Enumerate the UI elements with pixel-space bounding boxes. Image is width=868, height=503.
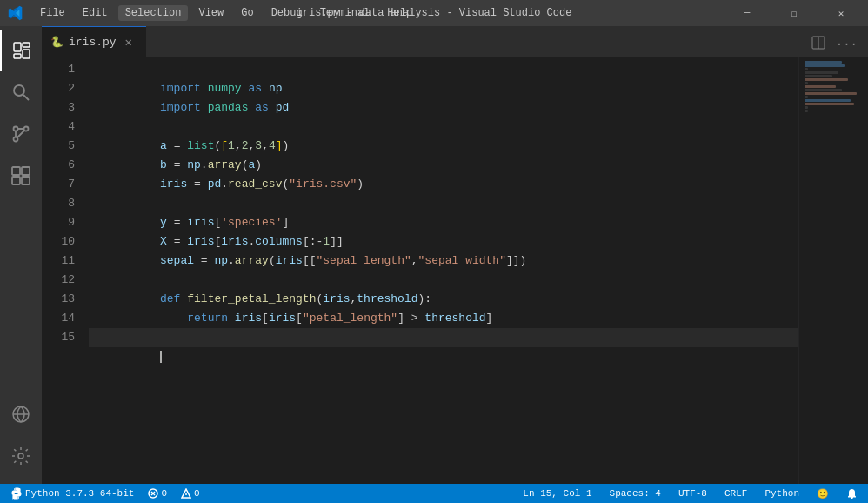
tab-bar: 🐍 iris.py ✕ ··· [42,26,868,57]
indentation-label: Spaces: 4 [610,488,661,499]
minimize-button[interactable]: ─ [727,0,767,26]
notification-bell-button[interactable] [843,484,861,503]
tab-bar-actions: ··· [808,32,868,57]
svg-rect-1 [23,43,30,47]
error-count: 0 [161,488,167,499]
status-bar-left: Python 3.7.3 64-bit 0 0 [0,484,210,503]
minimap-content [799,57,868,117]
editor-area: 🐍 iris.py ✕ ··· 1 2 3 4 [42,26,868,484]
svg-rect-2 [23,50,30,58]
window-controls: ─ ☐ ✕ [727,0,861,26]
remote-activity-icon[interactable] [0,393,42,435]
menu-edit[interactable]: Edit [76,5,115,21]
menu-selection[interactable]: Selection [118,5,189,21]
svg-rect-10 [22,167,30,175]
text-cursor [160,351,162,363]
explorer-icon[interactable] [0,30,42,71]
svg-rect-12 [22,177,30,184]
svg-point-7 [24,127,29,131]
smiley-icon: 🙂 [817,488,829,500]
code-editor[interactable]: 1 2 3 4 5 6 7 8 9 10 11 12 13 14 15 im [42,57,868,484]
smiley-button[interactable]: 🙂 [813,484,832,503]
tab-filename: iris.py [69,36,117,49]
search-activity-icon[interactable] [0,71,42,113]
code-line-1: import numpy as np [89,60,798,79]
warnings-status[interactable]: 0 [177,484,204,503]
encoding-label: UTF-8 [678,488,707,499]
status-bar: Python 3.7.3 64-bit 0 0 Ln 15, Col 1 Spa… [0,484,868,503]
svg-rect-0 [14,43,21,51]
svg-rect-11 [12,177,20,184]
svg-point-6 [14,127,18,131]
python-icon [10,487,23,500]
bell-icon [846,488,858,500]
line-ending-label: CRLF [724,488,747,499]
code-line-4: a = list([1,2,3,4]) [89,117,798,137]
menu-view[interactable]: View [191,5,230,21]
cursor-position-label: Ln 15, Col 1 [523,488,591,499]
extensions-activity-icon[interactable] [0,155,42,197]
activity-bar [0,26,42,484]
code-line-15 [89,328,798,347]
line-numbers: 1 2 3 4 5 6 7 8 9 10 11 12 13 14 15 [42,57,85,484]
close-button[interactable]: ✕ [821,0,861,26]
svg-point-14 [18,453,23,459]
svg-rect-9 [12,167,20,175]
encoding-status[interactable]: UTF-8 [675,484,711,503]
file-icon: 🐍 [50,36,63,49]
status-bar-right: Ln 15, Col 1 Spaces: 4 UTF-8 CRLF Python… [512,484,868,503]
settings-activity-icon[interactable] [0,435,42,477]
python-version-status[interactable]: Python 3.7.3 64-bit [7,484,137,503]
menu-go[interactable]: Go [234,5,260,21]
svg-point-4 [14,85,24,96]
line-ending-status[interactable]: CRLF [721,484,751,503]
python-version-label: Python 3.7.3 64-bit [25,488,134,499]
title-bar: File Edit Selection View Go Debug Termin… [0,0,868,26]
code-line-12: def filter_petal_length(iris,threshold): [89,271,798,290]
svg-rect-3 [14,54,21,58]
language-status[interactable]: Python [761,484,803,503]
source-control-activity-icon[interactable] [0,113,42,155]
minimap [798,57,868,484]
warning-icon [181,488,191,499]
tab-close-button[interactable]: ✕ [125,35,132,50]
error-icon [148,488,158,499]
main-layout: 🐍 iris.py ✕ ··· 1 2 3 4 [0,26,868,484]
errors-status[interactable]: 0 [144,484,170,503]
vscode-logo-icon [7,4,24,22]
window-title: iris.py - data analysis - Visual Studio … [297,7,572,19]
indentation-status[interactable]: Spaces: 4 [606,484,664,503]
more-actions-button[interactable]: ··· [832,34,861,55]
code-line-8: y = iris['species'] [89,194,798,213]
language-label: Python [765,488,799,499]
svg-line-5 [23,95,29,100]
code-content[interactable]: import numpy as np import pandas as pd a… [85,57,798,484]
cursor-position-status[interactable]: Ln 15, Col 1 [519,484,595,503]
menu-file[interactable]: File [33,5,72,21]
svg-point-8 [14,137,18,142]
split-editor-button[interactable] [808,32,829,57]
maximize-button[interactable]: ☐ [774,0,814,26]
editor-tab[interactable]: 🐍 iris.py ✕ [42,26,146,57]
warning-count: 0 [194,488,200,499]
